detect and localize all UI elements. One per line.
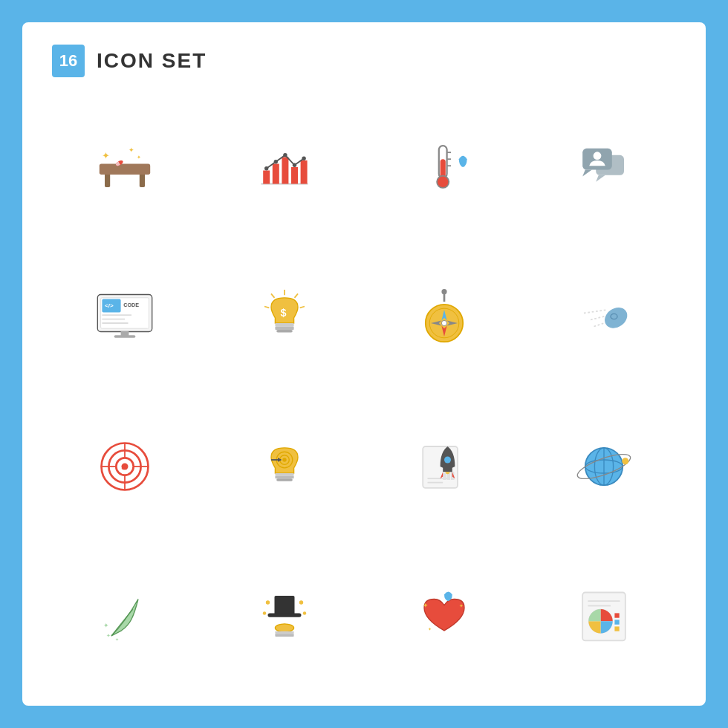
svg-rect-97 — [267, 614, 301, 617]
svg-point-27 — [593, 152, 601, 160]
svg-point-104 — [302, 611, 306, 615]
svg-line-42 — [299, 307, 304, 308]
svg-rect-82 — [443, 473, 446, 480]
svg-rect-99 — [275, 631, 293, 634]
main-card: 16 ICON SET ✦ ✦ ✦ — [22, 22, 706, 706]
svg-point-49 — [441, 289, 446, 294]
globe-orbit-icon — [531, 399, 676, 534]
svg-text:$: $ — [280, 307, 286, 319]
svg-text:✦: ✦ — [423, 602, 429, 609]
rocket-document-icon — [371, 399, 516, 534]
svg-line-57 — [584, 310, 608, 313]
svg-text:✦: ✦ — [137, 154, 141, 160]
meteor-icon — [531, 250, 676, 385]
chat-person-icon — [531, 100, 676, 235]
svg-point-85 — [444, 456, 451, 463]
svg-point-101 — [265, 601, 269, 605]
svg-text:✦: ✦ — [105, 632, 110, 639]
svg-text:✦: ✦ — [128, 146, 134, 154]
svg-rect-10 — [272, 163, 279, 183]
header-number: 16 — [52, 45, 85, 77]
svg-rect-72 — [275, 475, 293, 478]
svg-point-21 — [437, 175, 449, 187]
magic-table-icon: ✦ ✦ ✦ — [52, 100, 197, 235]
svg-rect-1 — [139, 172, 144, 187]
svg-rect-12 — [291, 167, 298, 184]
svg-rect-112 — [614, 614, 619, 618]
svg-rect-96 — [274, 596, 294, 614]
svg-point-56 — [441, 321, 446, 326]
svg-text:✦: ✦ — [427, 626, 431, 631]
icons-grid: ✦ ✦ ✦ — [52, 100, 676, 683]
svg-point-15 — [273, 160, 277, 163]
svg-rect-44 — [275, 323, 293, 327]
svg-text:</>: </> — [105, 303, 114, 310]
svg-text:✦: ✦ — [114, 637, 118, 642]
svg-rect-46 — [276, 330, 293, 333]
bar-chart-icon — [212, 100, 357, 235]
dollar-bulb-icon: $ — [212, 250, 357, 385]
svg-point-91 — [622, 458, 628, 464]
header: 16 ICON SET — [52, 45, 676, 77]
compass-coin-icon — [371, 250, 516, 385]
svg-rect-73 — [276, 478, 293, 481]
header-title: ICON SET — [97, 49, 207, 73]
thermometer-drop-icon — [371, 100, 516, 235]
svg-text:✦: ✦ — [103, 622, 109, 629]
feather-icon: ✦ ✦ ✦ — [52, 549, 197, 684]
code-monitor-icon: </> CODE — [52, 250, 197, 385]
hat-bulb-icon — [212, 549, 357, 684]
svg-line-43 — [264, 307, 269, 308]
svg-text:✦: ✦ — [101, 151, 109, 161]
svg-point-98 — [275, 624, 293, 632]
svg-rect-113 — [614, 620, 619, 625]
svg-rect-11 — [282, 157, 288, 183]
svg-rect-20 — [440, 159, 445, 178]
svg-text:✦: ✦ — [458, 602, 463, 609]
svg-rect-2 — [99, 163, 149, 174]
heart-drop-icon: ✦ ✦ ✦ — [371, 549, 516, 684]
svg-text:CODE: CODE — [123, 302, 139, 309]
svg-text:$: $ — [121, 463, 125, 470]
svg-rect-0 — [105, 172, 110, 187]
svg-point-76 — [282, 458, 286, 461]
svg-point-18 — [302, 156, 305, 160]
target-dollar-icon: $ — [52, 399, 197, 534]
report-chart-icon — [531, 549, 676, 684]
svg-rect-13 — [300, 160, 307, 184]
svg-point-17 — [292, 163, 296, 166]
svg-rect-114 — [614, 627, 619, 631]
svg-rect-9 — [263, 170, 270, 183]
svg-point-60 — [600, 303, 631, 332]
svg-point-103 — [262, 611, 266, 615]
svg-line-40 — [294, 294, 298, 298]
svg-point-14 — [264, 166, 268, 170]
svg-rect-71 — [275, 473, 293, 476]
svg-rect-38 — [114, 335, 135, 338]
arrow-bulb-icon — [212, 399, 357, 534]
svg-point-16 — [283, 153, 287, 157]
svg-rect-100 — [275, 634, 293, 637]
svg-rect-45 — [275, 327, 293, 331]
svg-line-41 — [271, 294, 275, 298]
svg-point-102 — [299, 601, 302, 605]
